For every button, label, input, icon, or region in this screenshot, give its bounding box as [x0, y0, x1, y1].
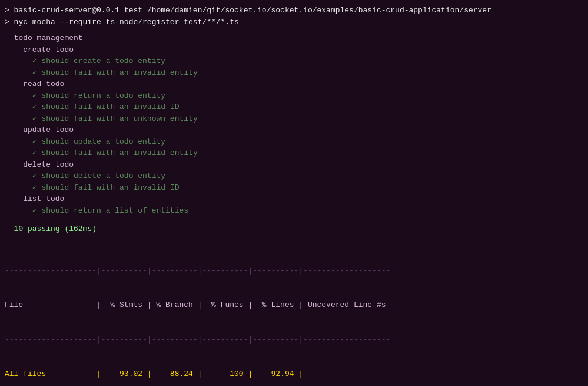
passing-count: 10 passing (162ms)	[5, 223, 583, 235]
cov-divider-top: --------------------|----------|--------…	[0, 265, 588, 277]
test-delete-2: ✓ should fail with an invalid ID	[5, 182, 583, 194]
test-list-1: ✓ should return a list of entities	[5, 205, 583, 217]
delete-group: delete todo	[5, 159, 583, 171]
read-group: read todo	[5, 78, 583, 90]
command-line-2: > nyc mocha --require ts-node/register t…	[0, 17, 588, 28]
test-read-3: ✓ should fail with an unknown entity	[5, 113, 583, 125]
terminal: > basic-crud-server@0.0.1 test /home/dam…	[0, 0, 588, 386]
coverage-table: --------------------|----------|--------…	[0, 242, 588, 387]
command-line-1: > basic-crud-server@0.0.1 test /home/dam…	[0, 5, 588, 17]
test-update-1: ✓ should update a todo entity	[5, 136, 583, 148]
cov-row-all: All files | 93.02 | 88.24 | 100 | 92.94 …	[0, 368, 588, 380]
test-update-2: ✓ should fail with an invalid entity	[5, 147, 583, 159]
test-create-2: ✓ should fail with an invalid entity	[5, 67, 583, 79]
test-output: todo management create todo ✓ should cre…	[0, 32, 588, 216]
cov-header: File | % Stmts | % Branch | % Funcs | % …	[0, 299, 588, 311]
create-group: create todo	[5, 44, 583, 56]
update-group: update todo	[5, 124, 583, 136]
cov-divider-mid: --------------------|----------|--------…	[0, 334, 588, 346]
list-group: list todo	[5, 193, 583, 205]
suite-title: todo management	[5, 32, 583, 44]
test-create-1: ✓ should create a todo entity	[5, 55, 583, 67]
test-read-1: ✓ should return a todo entity	[5, 90, 583, 102]
test-delete-1: ✓ should delete a todo entity	[5, 170, 583, 182]
test-read-2: ✓ should fail with an invalid ID	[5, 101, 583, 113]
